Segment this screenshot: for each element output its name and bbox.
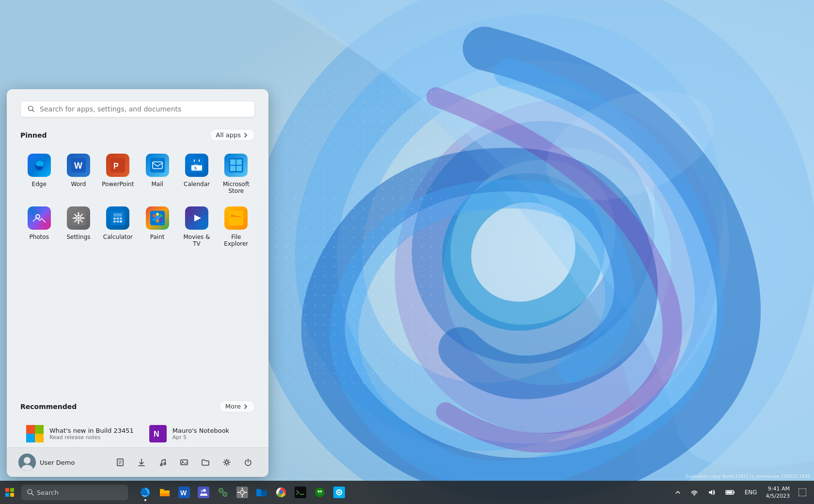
store-app-label: Microsoft Store bbox=[219, 181, 253, 195]
rec-item-whats-new[interactable]: What's new in Build 23451 Read release n… bbox=[20, 420, 140, 447]
user-name[interactable]: User Demo bbox=[40, 459, 75, 466]
notebook-info: Mauro's Notebook Apr 5 bbox=[172, 427, 249, 441]
svg-line-86 bbox=[228, 460, 229, 461]
bottom-actions bbox=[111, 454, 257, 471]
start-search-input[interactable] bbox=[40, 105, 248, 113]
network-icon[interactable] bbox=[687, 487, 702, 498]
svg-line-90 bbox=[31, 493, 33, 495]
music-icon bbox=[158, 458, 167, 467]
music-action-button[interactable] bbox=[154, 454, 172, 471]
app-photos[interactable]: Photos bbox=[20, 202, 58, 252]
power-action-button[interactable] bbox=[239, 454, 257, 471]
paint-app-label: Paint bbox=[150, 234, 165, 240]
calendar-app-icon: Apr 5 bbox=[185, 154, 208, 177]
pinned-header: Pinned All apps bbox=[20, 129, 255, 141]
word-app-icon: W bbox=[67, 154, 90, 177]
taskbar-clock[interactable]: 9:41 AM 4/5/2023 bbox=[763, 484, 793, 501]
svg-rect-64 bbox=[35, 434, 44, 442]
app-powerpoint[interactable]: P PowerPoint bbox=[99, 149, 137, 200]
lang-button[interactable]: ENG bbox=[741, 487, 761, 498]
taskbar-search-label: Search bbox=[37, 489, 59, 496]
photos-app-icon bbox=[28, 206, 51, 230]
taskbar-edge[interactable] bbox=[136, 483, 155, 502]
app-word[interactable]: W Word bbox=[60, 149, 97, 200]
whats-new-icon bbox=[26, 425, 44, 442]
svg-point-33 bbox=[77, 217, 79, 219]
svg-point-114 bbox=[279, 490, 283, 494]
download-action-button[interactable] bbox=[133, 454, 150, 471]
photos-app-label: Photos bbox=[29, 234, 48, 240]
taskbar-file-manager[interactable] bbox=[155, 483, 174, 502]
clock-time: 9:41 AM bbox=[766, 485, 790, 492]
svg-rect-111 bbox=[261, 490, 267, 496]
svg-line-10 bbox=[32, 110, 34, 111]
app-mail[interactable]: Mail bbox=[139, 149, 176, 200]
svg-rect-128 bbox=[798, 488, 806, 496]
app-edge[interactable]: Edge bbox=[20, 149, 58, 200]
svg-point-67 bbox=[24, 457, 31, 464]
all-apps-button[interactable]: All apps bbox=[210, 129, 255, 141]
svg-rect-28 bbox=[236, 166, 242, 171]
taskbar-settings[interactable] bbox=[233, 483, 252, 502]
taskbar-word[interactable]: W bbox=[174, 483, 194, 502]
start-search-bar[interactable] bbox=[20, 101, 255, 117]
taskbar-chrome[interactable] bbox=[271, 483, 291, 502]
svg-rect-26 bbox=[236, 159, 242, 165]
onenote-icon: N bbox=[149, 425, 167, 442]
whats-new-name: What's new in Build 23451 bbox=[49, 427, 134, 434]
taskbar-xbox[interactable] bbox=[310, 483, 329, 502]
more-button[interactable]: More bbox=[219, 400, 255, 412]
chevron-right-icon bbox=[243, 132, 249, 138]
svg-rect-25 bbox=[230, 159, 235, 165]
settings-action-button[interactable] bbox=[218, 454, 235, 471]
svg-rect-109 bbox=[256, 489, 261, 493]
app-explorer[interactable]: File Explorer bbox=[218, 202, 255, 252]
svg-rect-96 bbox=[198, 487, 209, 498]
battery-icon[interactable] bbox=[721, 487, 739, 498]
svg-point-123 bbox=[338, 491, 340, 493]
app-paint[interactable]: Paint bbox=[139, 202, 176, 252]
more-chevron-icon bbox=[243, 404, 249, 410]
start-button[interactable] bbox=[0, 483, 19, 502]
taskbar-search[interactable]: Search bbox=[21, 485, 128, 500]
user-avatar[interactable] bbox=[18, 454, 36, 471]
app-calculator[interactable]: Calculator bbox=[99, 202, 137, 252]
rec-item-notebook[interactable]: N Mauro's Notebook Apr 5 bbox=[143, 420, 255, 447]
notebook-name: Mauro's Notebook bbox=[172, 427, 249, 434]
folder-action-button[interactable] bbox=[197, 454, 214, 471]
taskbar-clipchamp[interactable] bbox=[329, 483, 349, 502]
system-tray-expand[interactable] bbox=[671, 488, 685, 497]
document-action-button[interactable] bbox=[111, 454, 129, 471]
desktop: Evaluation copy. Build 23451.rs_prerelea… bbox=[0, 0, 814, 504]
svg-rect-127 bbox=[726, 491, 732, 494]
app-calendar[interactable]: Apr 5 Calendar bbox=[178, 149, 215, 200]
app-store[interactable]: Microsoft Store bbox=[218, 149, 255, 200]
svg-rect-63 bbox=[26, 434, 35, 442]
svg-text:5: 5 bbox=[194, 166, 197, 171]
edge-app-label: Edge bbox=[32, 181, 47, 188]
taskbar-teams[interactable] bbox=[194, 483, 213, 502]
photos-action-button[interactable] bbox=[175, 454, 193, 471]
notification-button[interactable] bbox=[795, 487, 810, 498]
calc-app-icon bbox=[106, 206, 129, 230]
recommended-header: Recommended More bbox=[20, 400, 255, 412]
windows-logo bbox=[5, 488, 14, 497]
svg-rect-47 bbox=[113, 220, 116, 222]
taskbar-terminal[interactable] bbox=[291, 483, 310, 502]
app-movies[interactable]: Movies & TV bbox=[178, 202, 215, 252]
svg-point-76 bbox=[164, 463, 166, 465]
svg-line-87 bbox=[224, 464, 225, 465]
volume-icon[interactable] bbox=[704, 487, 720, 498]
edge-indicator bbox=[144, 499, 146, 501]
folder-icon bbox=[201, 458, 210, 467]
svg-rect-126 bbox=[734, 491, 735, 493]
taskbar-snipping[interactable] bbox=[213, 483, 233, 502]
app-settings[interactable]: Settings bbox=[60, 202, 97, 252]
svg-point-119 bbox=[318, 491, 319, 492]
taskbar: Search bbox=[0, 481, 814, 504]
svg-point-79 bbox=[225, 461, 228, 464]
speaker-icon bbox=[708, 488, 716, 496]
taskbar-explorer[interactable] bbox=[252, 483, 271, 502]
pinned-title: Pinned bbox=[20, 131, 47, 139]
movies-app-label: Movies & TV bbox=[180, 234, 213, 248]
